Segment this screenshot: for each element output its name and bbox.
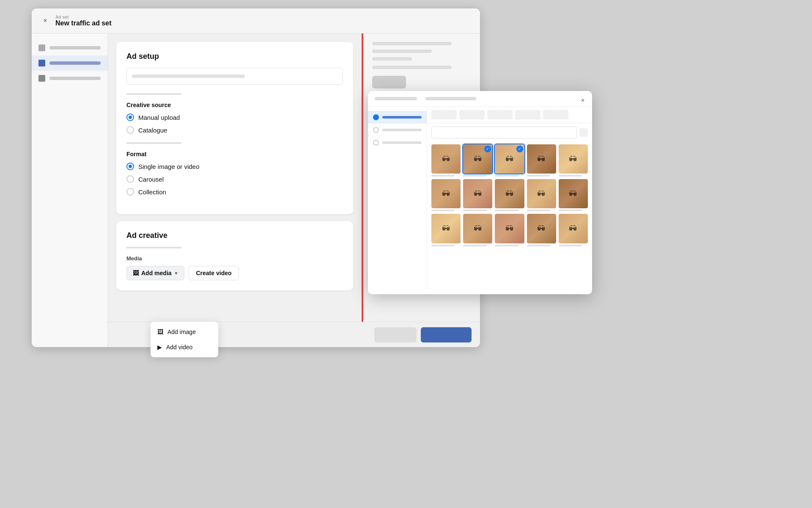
right-panel-button[interactable] (372, 76, 406, 88)
picker-tool-3[interactable] (487, 110, 513, 119)
radio-label-carousel: Carousel (138, 176, 164, 183)
picker-search-dropdown[interactable] (579, 128, 588, 137)
picker-tool-2[interactable] (459, 110, 485, 119)
picker-thumb-5[interactable]: 🕶 (559, 144, 588, 174)
modal-sidebar (32, 33, 108, 347)
dropdown-arrow-icon: ▼ (174, 271, 178, 276)
picker-sidebar-label-3 (382, 141, 422, 144)
sunglass-icon-12: 🕶 (474, 224, 482, 234)
picker-radio-1 (373, 114, 379, 120)
picker-thumb-label-5 (559, 175, 582, 177)
picker-thumb-label-1 (431, 175, 455, 177)
bottom-ghost-button[interactable] (374, 327, 417, 342)
ad-setup-card: Ad setup Creative source Manual upload (116, 42, 353, 214)
radio-manual-upload[interactable]: Manual upload (126, 113, 343, 121)
picker-title-1 (375, 97, 417, 100)
sunglass-icon-9: 🕶 (537, 189, 546, 199)
picker-thumb-wrapper-5: 🕶 (431, 179, 461, 211)
picker-tool-5[interactable] (543, 110, 568, 119)
sunglass-icon-13: 🕶 (505, 224, 514, 234)
media-label: Media (126, 255, 343, 262)
radio-circle-carousel (126, 175, 134, 183)
picker-sidebar-label-2 (382, 129, 422, 131)
format-progress (126, 142, 181, 144)
picker-thumb-label-14 (527, 245, 550, 246)
picker-thumb-12[interactable]: 🕶 (463, 214, 492, 243)
picker-thumb-wrapper-14: 🕶 (559, 214, 588, 246)
picker-search-input[interactable] (431, 127, 577, 138)
add-media-icon: 🖼 (133, 270, 139, 276)
picker-thumb-wrapper-2: 🕶✓ (495, 144, 524, 177)
picker-thumb-4[interactable]: 🕶 (527, 144, 556, 174)
right-line-1 (372, 42, 452, 45)
picker-thumb-11[interactable]: 🕶 (431, 214, 461, 243)
picker-thumb-label-15 (559, 245, 582, 246)
add-image-label: Add image (167, 329, 196, 335)
picker-main: 🕶🕶✓🕶✓🕶🕶🕶🕶🕶🕶🕶🕶🕶🕶🕶🕶 (427, 107, 592, 289)
radio-circle-catalogue (126, 126, 134, 134)
picker-search-row (427, 123, 592, 142)
radio-label-collection: Collection (138, 188, 166, 196)
radio-catalogue[interactable]: Catalogue (126, 126, 343, 134)
format-options: Single image or video Carousel Collectio… (126, 163, 343, 196)
radio-collection[interactable]: Collection (126, 188, 343, 196)
picker-thumb-wrapper-10: 🕶 (431, 214, 461, 246)
picker-thumb-3[interactable]: 🕶✓ (495, 144, 524, 174)
picker-thumb-6[interactable]: 🕶 (431, 179, 461, 208)
picker-thumb-label-4 (527, 175, 550, 177)
picker-thumb-label-3 (495, 175, 518, 177)
picker-sidebar-item-2[interactable] (368, 124, 427, 136)
picker-thumb-label-7 (463, 210, 486, 211)
dropdown-add-image[interactable]: 🖼 Add image (151, 324, 218, 340)
create-video-button[interactable]: Create video (189, 266, 239, 280)
picker-tool-1[interactable] (431, 110, 457, 119)
grid-icon (38, 60, 45, 66)
picker-thumb-13[interactable]: 🕶 (495, 214, 524, 243)
media-buttons: 🖼 Add media ▼ Create video (126, 266, 343, 280)
radio-circle-single (126, 163, 134, 170)
picker-thumb-10[interactable]: 🕶 (559, 179, 588, 208)
picker-thumb-14[interactable]: 🕶 (527, 214, 556, 243)
picker-thumb-label-2 (463, 175, 486, 177)
red-border (362, 33, 363, 347)
creative-source-progress (126, 93, 181, 95)
picker-image-grid: 🕶🕶✓🕶✓🕶🕶🕶🕶🕶🕶🕶🕶🕶🕶🕶🕶 (427, 142, 592, 289)
radio-circle-manual (126, 113, 134, 121)
picker-thumb-9[interactable]: 🕶 (527, 179, 556, 208)
picker-thumb-wrapper-13: 🕶 (527, 214, 556, 246)
picker-thumb-2[interactable]: 🕶✓ (463, 144, 492, 174)
picker-close-button[interactable]: × (578, 95, 588, 105)
image-picker-modal: × (368, 91, 592, 294)
picker-tool-4[interactable] (515, 110, 540, 119)
sidebar-item-grid[interactable] (32, 55, 107, 71)
ad-setup-search[interactable] (126, 68, 343, 85)
add-video-label: Add video (166, 344, 192, 351)
modal-header: × Ad set New traffic ad set (32, 8, 480, 33)
picker-thumb-wrapper-9: 🕶 (559, 179, 588, 211)
picker-thumb-7[interactable]: 🕶 (463, 179, 492, 208)
ad-creative-title: Ad creative (126, 231, 343, 240)
picker-sidebar-item-1[interactable] (368, 111, 427, 124)
ad-creative-progress (126, 247, 181, 248)
picker-radio-3 (373, 140, 379, 146)
sunglass-icon-6: 🕶 (442, 189, 450, 199)
picker-thumb-8[interactable]: 🕶 (495, 179, 524, 208)
modal-title-area: Ad set New traffic ad set (55, 14, 111, 27)
bottom-primary-button[interactable] (421, 327, 472, 342)
picker-sidebar-item-3[interactable] (368, 136, 427, 149)
right-line-2 (372, 50, 432, 53)
dropdown-add-video[interactable]: ▶ Add video (151, 340, 218, 355)
picker-thumb-15[interactable]: 🕶 (559, 214, 588, 243)
sidebar-item-table[interactable] (32, 71, 107, 86)
picker-sidebar (368, 107, 427, 289)
add-media-button[interactable]: 🖼 Add media ▼ (126, 266, 184, 280)
sidebar-item-folder[interactable] (32, 40, 107, 55)
picker-thumb-1[interactable]: 🕶 (431, 144, 461, 174)
radio-label-catalogue: Catalogue (138, 127, 167, 134)
radio-carousel[interactable]: Carousel (126, 175, 343, 183)
picker-thumb-label-10 (559, 210, 582, 211)
modal-subtitle: Ad set (55, 14, 111, 19)
modal-close-button[interactable]: × (40, 16, 50, 26)
radio-single-image[interactable]: Single image or video (126, 163, 343, 170)
right-line-3 (372, 57, 412, 61)
